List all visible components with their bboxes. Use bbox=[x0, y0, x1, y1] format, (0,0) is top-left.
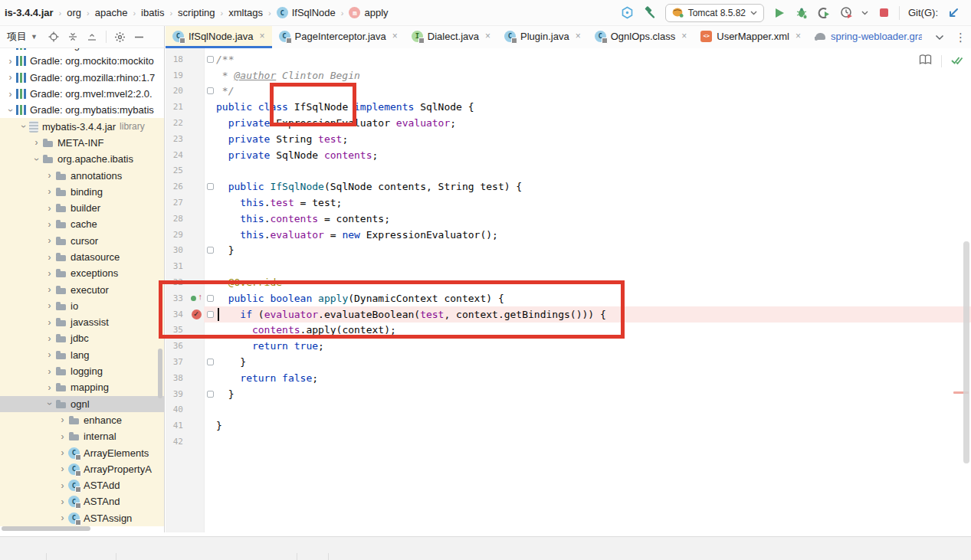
tree-item-javassist[interactable]: ›javassist bbox=[0, 314, 164, 330]
chevron-expanded-icon[interactable]: › bbox=[31, 153, 42, 165]
code-text[interactable] bbox=[216, 434, 971, 450]
code-line-42[interactable]: 42 bbox=[166, 434, 971, 450]
tree-vertical-scrollbar[interactable] bbox=[158, 349, 162, 398]
tabs-dropdown-icon[interactable] bbox=[935, 34, 944, 41]
tree-item-exceptions[interactable]: ›exceptions bbox=[0, 265, 164, 281]
chevron-collapsed-icon[interactable]: › bbox=[5, 56, 16, 67]
tree-item-org-apache-ibatis[interactable]: ›org.apache.ibatis bbox=[0, 151, 164, 167]
tab-pageinterceptor-java[interactable]: CPageInterceptor.java× bbox=[272, 26, 405, 48]
code-text[interactable]: } bbox=[216, 354, 971, 370]
debug-button[interactable] bbox=[795, 6, 809, 20]
locate-file-icon[interactable] bbox=[48, 31, 60, 43]
code-line-29[interactable]: 29 this.evaluator = new ExpressionEvalua… bbox=[166, 227, 971, 243]
breadcrumb-item-apache[interactable]: apache bbox=[92, 5, 131, 20]
tree-item-gradle-org-mvel-mvel2-2-0[interactable]: ›Gradle: org.mvel:mvel2:2.0. bbox=[0, 86, 164, 102]
code-text[interactable]: public IfSqlNode(SqlNode contents, Strin… bbox=[216, 178, 971, 195]
profiler-button[interactable] bbox=[839, 6, 853, 20]
code-text[interactable]: return true; bbox=[216, 338, 971, 354]
chevron-collapsed-icon[interactable]: › bbox=[44, 300, 55, 311]
chevron-expanded-icon[interactable]: › bbox=[44, 398, 55, 410]
tab-options-kebab-icon[interactable]: ⋮ bbox=[955, 31, 966, 44]
chevron-collapsed-icon[interactable]: › bbox=[44, 170, 55, 181]
chevron-collapsed-icon[interactable]: › bbox=[5, 89, 16, 100]
code-line-38[interactable]: 38 return false; bbox=[166, 370, 971, 386]
tree-item-ognl[interactable]: ›ognl bbox=[0, 396, 164, 412]
tree-item-binding[interactable]: ›binding bbox=[0, 184, 164, 200]
tree-item-io[interactable]: ›io bbox=[0, 298, 164, 314]
chevron-collapsed-icon[interactable]: › bbox=[57, 480, 68, 491]
expand-all-icon[interactable] bbox=[67, 31, 79, 43]
breadcrumb-item-apply[interactable]: mapply bbox=[346, 5, 391, 20]
fold-marker-icon[interactable] bbox=[207, 247, 214, 254]
git-update-icon[interactable] bbox=[946, 6, 960, 20]
chevron-collapsed-icon[interactable]: › bbox=[44, 284, 55, 295]
tree-item-datasource[interactable]: ›datasource bbox=[0, 249, 164, 265]
code-line-23[interactable]: 23 private String test; bbox=[166, 131, 971, 147]
code-line-19[interactable]: 19 * @author Clinton Begin bbox=[166, 67, 971, 84]
run-configuration-select[interactable]: Tomcat 8.5.82 bbox=[665, 4, 764, 22]
fold-marker-icon[interactable] bbox=[207, 391, 214, 398]
code-line-41[interactable]: 41} bbox=[166, 418, 971, 434]
tree-item-lang[interactable]: ›lang bbox=[0, 347, 164, 363]
tree-item-cursor[interactable]: ›cursor bbox=[0, 233, 164, 249]
tree-horizontal-scrollbar[interactable] bbox=[2, 526, 90, 531]
fold-marker-icon[interactable] bbox=[207, 87, 214, 94]
build-hammer-icon[interactable] bbox=[643, 6, 657, 20]
code-line-31[interactable]: 31 bbox=[166, 258, 971, 274]
fold-marker-icon[interactable] bbox=[207, 183, 214, 190]
tree-item-arraypropertya[interactable]: ›CArrayPropertyA bbox=[0, 461, 164, 477]
tree-item-astadd[interactable]: ›CASTAdd bbox=[0, 477, 164, 493]
tab-close-icon[interactable]: × bbox=[574, 31, 581, 41]
editor-vertical-scrollbar[interactable] bbox=[963, 241, 969, 463]
chevron-collapsed-icon[interactable]: › bbox=[57, 414, 68, 425]
chevron-collapsed-icon[interactable]: › bbox=[31, 137, 42, 148]
tab-close-icon[interactable]: × bbox=[794, 31, 801, 41]
code-line-18[interactable]: 18/** bbox=[166, 51, 971, 67]
tree-item-astand[interactable]: ›CASTAnd bbox=[0, 493, 164, 509]
breadcrumb-item-xmltags[interactable]: xmltags bbox=[225, 5, 266, 20]
chevron-collapsed-icon[interactable]: › bbox=[57, 447, 68, 458]
tab-close-icon[interactable]: × bbox=[680, 31, 687, 41]
tree-item-cache[interactable]: ›cache bbox=[0, 216, 164, 232]
chevron-collapsed-icon[interactable]: › bbox=[44, 349, 55, 360]
tree-item-internal[interactable]: ›internal bbox=[0, 428, 164, 444]
tree-item-enhance[interactable]: ›enhance bbox=[0, 412, 164, 428]
collapse-all-icon[interactable] bbox=[87, 31, 98, 43]
code-text[interactable]: this.evaluator = new ExpressionEvaluator… bbox=[216, 227, 971, 243]
chevron-collapsed-icon[interactable]: › bbox=[44, 333, 55, 344]
tab-usermapper-xml[interactable]: <>UserMapper.xml× bbox=[694, 26, 808, 48]
tab-close-icon[interactable]: × bbox=[391, 31, 398, 41]
tab-ifsqlnode-java[interactable]: CIfSqlNode.java× bbox=[166, 26, 272, 48]
chevron-collapsed-icon[interactable]: › bbox=[5, 72, 16, 83]
fold-marker-icon[interactable] bbox=[207, 359, 214, 365]
breadcrumb-item-is-3-4-4-jar[interactable]: is-3.4.4.jar bbox=[2, 5, 57, 20]
code-text[interactable] bbox=[216, 163, 971, 179]
tree-item-builder[interactable]: ›builder bbox=[0, 200, 164, 216]
code-text[interactable]: this.test = test; bbox=[216, 195, 971, 211]
code-text[interactable]: private SqlNode contents; bbox=[216, 147, 971, 163]
tab-plugin-java[interactable]: CPlugin.java× bbox=[497, 26, 588, 48]
code-line-37[interactable]: 37 } bbox=[166, 354, 971, 370]
chevron-collapsed-icon[interactable]: › bbox=[57, 513, 68, 523]
hide-panel-icon[interactable] bbox=[133, 31, 145, 43]
tree-item-gradle-org-mybatis-mybatis[interactable]: ›Gradle: org.mybatis:mybatis bbox=[0, 102, 164, 118]
breadcrumb-item-ifsqlnode[interactable]: CIfSqlNode bbox=[274, 5, 339, 20]
tree-item-mybatis-3-4-4-jar[interactable]: ›mybatis-3.4.4.jarlibrary bbox=[0, 118, 164, 134]
tree-item-gradle-org-mockito-mockito[interactable]: ›Gradle: org.mockito:mockito bbox=[0, 53, 164, 69]
chevron-collapsed-icon[interactable]: › bbox=[44, 235, 55, 246]
tree-item-executor[interactable]: ›executor bbox=[0, 281, 164, 297]
code-text[interactable]: this.contents = contents; bbox=[216, 211, 971, 227]
chevron-collapsed-icon[interactable]: › bbox=[57, 496, 68, 507]
code-line-40[interactable]: 40 bbox=[166, 402, 971, 418]
code-line-24[interactable]: 24 private SqlNode contents; bbox=[166, 147, 971, 163]
breadcrumb-item-org[interactable]: org bbox=[64, 5, 84, 20]
tree-item-meta-inf[interactable]: ›META-INF bbox=[0, 135, 164, 151]
code-text[interactable] bbox=[216, 402, 971, 418]
code-text[interactable]: } bbox=[216, 386, 971, 402]
code-line-26[interactable]: 26 public IfSqlNode(SqlNode contents, St… bbox=[166, 178, 971, 195]
code-text[interactable]: /** bbox=[216, 51, 971, 67]
chevron-collapsed-icon[interactable]: › bbox=[57, 431, 68, 442]
chevron-collapsed-icon[interactable]: › bbox=[44, 366, 55, 377]
project-panel-title[interactable]: 项目 ▼ bbox=[0, 30, 38, 44]
chevron-collapsed-icon[interactable]: › bbox=[5, 48, 16, 51]
